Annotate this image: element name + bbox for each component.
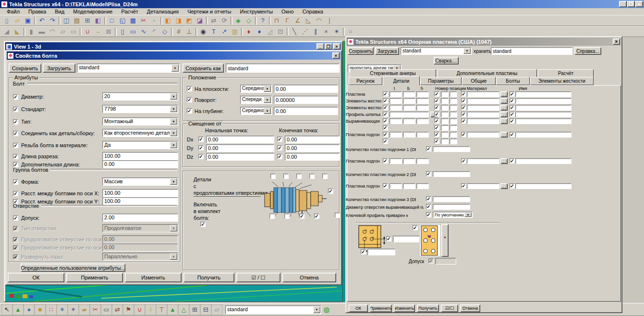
row-value-control[interactable]: Параллельно [102, 253, 178, 261]
view-front-icon[interactable]: ◧ [163, 16, 173, 25]
position-number-checkbox[interactable] [434, 139, 439, 144]
name-field[interactable] [515, 91, 571, 97]
save-as-input[interactable] [226, 63, 340, 73]
toolbar-separator[interactable] [114, 27, 117, 37]
key-profile-combobox[interactable]: По умолчанию [433, 212, 473, 218]
view-top-icon[interactable]: ◨ [173, 16, 184, 25]
bolt-tool-icon[interactable]: # [173, 27, 184, 37]
slotted-part-checkbox[interactable] [270, 174, 276, 179]
toolbar-separator[interactable] [230, 16, 233, 25]
view-minimize-button[interactable]: _ [316, 43, 324, 50]
h-field[interactable] [416, 105, 429, 111]
dropdown-arrow-icon[interactable] [264, 97, 271, 103]
material-field[interactable] [467, 112, 499, 117]
toolbar-separator[interactable] [170, 27, 173, 37]
toolbar-separator[interactable] [342, 27, 345, 37]
b-field[interactable] [403, 98, 415, 104]
name-checkbox[interactable] [510, 105, 515, 110]
ok-button[interactable]: ОК [8, 273, 64, 282]
position-prefix-field[interactable] [441, 91, 449, 97]
position-start-field[interactable] [450, 112, 457, 117]
position-start-field[interactable] [450, 139, 457, 144]
row-checkbox[interactable] [13, 215, 18, 221]
copy-icon[interactable]: ◫ [61, 16, 72, 25]
end-checkbox[interactable] [277, 154, 282, 159]
toolbar-separator[interactable] [254, 16, 257, 25]
include-part-checkbox[interactable] [299, 214, 304, 219]
fly-icon[interactable]: ⇄ [208, 16, 219, 25]
part-beam-icon[interactable]: ▬ [36, 27, 47, 37]
construction-parallel-icon[interactable]: ∥ [310, 27, 321, 37]
menu-analysis[interactable]: Расчёт [117, 9, 142, 14]
position-value-field[interactable]: 0.00 [274, 85, 338, 93]
row-value-control[interactable]: 0.00 [102, 243, 178, 252]
position-prefix-field[interactable] [441, 105, 449, 111]
chamfer-icon[interactable]: ◢ [1, 27, 12, 37]
b-field[interactable] [403, 183, 415, 189]
name-field[interactable] [515, 112, 571, 117]
menu-detailing[interactable]: Детализация [143, 9, 183, 14]
include-part-checkbox[interactable] [284, 214, 290, 219]
pointer-tool-icon[interactable]: ↗ [219, 27, 230, 37]
dropdown-arrow-icon[interactable] [170, 225, 177, 231]
material-checkbox[interactable] [461, 112, 466, 117]
select-points-icon[interactable]: ∷ [46, 304, 57, 315]
select-single-icon[interactable]: △ [178, 304, 189, 315]
start-value-field[interactable]: 0.00 [206, 136, 274, 143]
slotted-right-checkbox[interactable] [328, 189, 333, 194]
profile-field[interactable] [389, 112, 429, 117]
plate-orientation-checkbox[interactable] [413, 225, 418, 230]
spacing-x-field[interactable] [393, 236, 421, 242]
name-field[interactable] [515, 132, 571, 138]
fitting-icon[interactable]: ◣ [12, 27, 23, 37]
position-number-checkbox[interactable] [434, 125, 439, 130]
qty-field[interactable] [433, 171, 470, 177]
snap-grid-icon[interactable]: ✶ [57, 304, 68, 315]
view-side-icon[interactable]: ◩ [184, 16, 194, 25]
material-checkbox[interactable] [461, 183, 466, 189]
t-field[interactable] [389, 91, 402, 97]
b-field[interactable] [403, 91, 415, 97]
start-checkbox[interactable] [198, 154, 204, 159]
hand-tool-icon[interactable]: ⌣ [93, 27, 103, 37]
material-browse-button[interactable] [500, 105, 508, 111]
qty-checkbox[interactable] [426, 171, 431, 177]
qty-field[interactable] [433, 146, 470, 152]
save-model-icon[interactable]: ▣ [23, 16, 33, 25]
position-number-checkbox[interactable] [434, 98, 439, 103]
b-field[interactable] [403, 118, 415, 124]
b-field[interactable] [403, 105, 415, 111]
u-profile-icon[interactable]: ∪ [82, 27, 93, 37]
end-value-field[interactable]: 0.00 [285, 136, 340, 143]
save-as-button[interactable]: Сохранить как [182, 63, 224, 73]
cut-icon[interactable]: ✂ [138, 16, 149, 25]
toolbar-separator[interactable] [268, 16, 271, 25]
minimize-button[interactable]: _ [619, 1, 627, 7]
cancel-button[interactable]: Отмена [282, 273, 336, 282]
position-option-combobox[interactable]: Середина [240, 85, 272, 93]
dropdown-arrow-icon[interactable] [313, 306, 320, 313]
fence-top-icon[interactable]: ⊓ [271, 16, 282, 25]
modify-button[interactable]: Изменить [394, 304, 415, 312]
rotate-view-icon[interactable]: ⟳ [219, 16, 230, 25]
material-field[interactable] [467, 105, 499, 111]
spacing-y-field[interactable] [367, 249, 395, 255]
create-point-alt-icon[interactable]: ◇ [243, 16, 254, 25]
work-plane-icon[interactable]: ◿ [265, 27, 275, 37]
material-browse-button[interactable] [500, 98, 508, 104]
t-field[interactable] [389, 118, 402, 124]
position-start-field[interactable] [450, 118, 457, 124]
part-column-icon[interactable]: ▮ [26, 27, 36, 37]
material-checkbox[interactable] [461, 91, 466, 97]
position-value-field[interactable]: 0.00000 [274, 96, 338, 104]
find-icon[interactable]: ◉ [198, 27, 208, 37]
snap-globe-icon[interactable]: ◍ [321, 305, 332, 315]
select-objects-icon[interactable]: ● [24, 304, 35, 315]
select-assembly-icon[interactable]: ▲ [167, 304, 178, 315]
selection-filter-combobox[interactable]: standard [225, 305, 321, 314]
t-field[interactable] [389, 183, 402, 189]
position-number-checkbox[interactable] [434, 132, 439, 137]
tolerance-field[interactable] [435, 258, 456, 265]
get-button[interactable]: Получить [183, 273, 234, 282]
toolbar-separator[interactable] [33, 16, 36, 25]
